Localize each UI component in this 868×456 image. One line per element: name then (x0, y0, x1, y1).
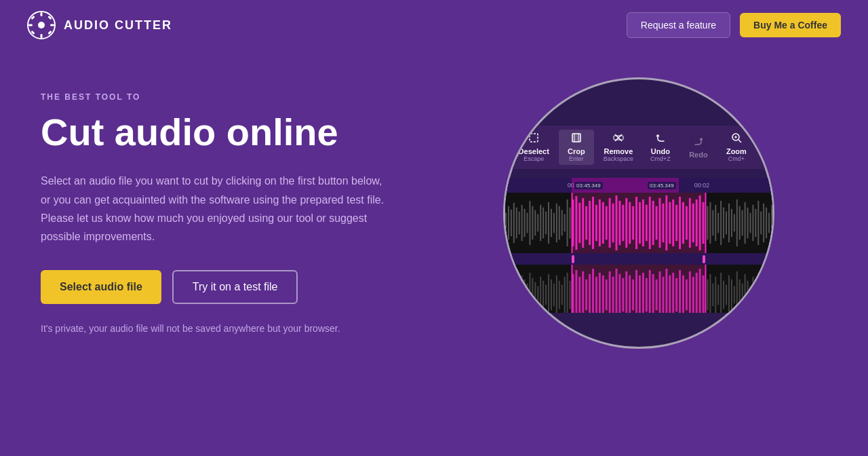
svg-rect-112 (771, 205, 772, 241)
time-ruler: 00:03 03:45.349 03:45.349 00:02 (505, 178, 772, 193)
svg-rect-85 (695, 200, 697, 246)
svg-rect-91 (715, 205, 716, 241)
zoom-icon (731, 132, 742, 146)
svg-rect-185 (715, 277, 716, 313)
svg-rect-116 (505, 284, 507, 307)
svg-rect-52 (585, 206, 587, 240)
svg-rect-60 (612, 204, 614, 242)
svg-rect-140 (569, 281, 570, 309)
svg-rect-181 (702, 276, 704, 313)
svg-rect-35 (540, 205, 541, 241)
svg-rect-36 (542, 208, 544, 238)
sel-time-start: 03:45.349 (574, 182, 603, 189)
svg-rect-171 (669, 276, 671, 313)
svg-rect-205 (768, 286, 770, 304)
svg-rect-65 (629, 202, 631, 244)
waveform-track-1 (505, 193, 772, 254)
svg-rect-183 (709, 274, 711, 313)
svg-rect-38 (548, 202, 549, 244)
svg-rect-31 (529, 201, 530, 245)
remove-button[interactable]: Remove Backspace (597, 130, 640, 165)
crop-label: Crop (568, 147, 585, 155)
svg-rect-182 (707, 280, 708, 310)
svg-rect-33 (534, 210, 536, 236)
svg-rect-194 (738, 280, 740, 310)
svg-rect-92 (717, 213, 719, 233)
time-end: 00:02 (694, 182, 710, 189)
svg-rect-51 (582, 198, 584, 248)
hero-headline: Cut audio online (41, 111, 434, 153)
svg-rect-68 (639, 202, 641, 244)
deselect-button[interactable]: Deselect Escape (512, 130, 556, 165)
zoom-shortcut: Cmd+ (728, 155, 745, 162)
logo[interactable]: AUDIO CUTTER (27, 11, 172, 39)
test-file-button[interactable]: Try it on a test file (172, 270, 298, 304)
svg-rect-148 (592, 269, 594, 313)
svg-rect-197 (747, 281, 748, 309)
svg-rect-98 (733, 214, 734, 232)
redo-button[interactable]: Redo (681, 133, 716, 162)
svg-rect-39 (551, 209, 552, 238)
svg-rect-174 (679, 270, 681, 313)
logo-text: AUDIO CUTTER (64, 18, 172, 33)
svg-point-1 (38, 22, 45, 28)
svg-rect-41 (555, 204, 557, 242)
deselect-icon (528, 132, 539, 146)
svg-rect-167 (655, 280, 657, 310)
svg-rect-189 (726, 285, 727, 305)
privacy-note: It's private, your audio file will not b… (41, 323, 434, 334)
svg-rect-80 (679, 197, 681, 249)
svg-rect-151 (601, 276, 604, 313)
svg-rect-105 (752, 205, 753, 241)
svg-rect-163 (642, 273, 644, 313)
svg-rect-96 (728, 204, 730, 242)
svg-rect-180 (698, 269, 701, 313)
svg-rect-188 (723, 281, 724, 309)
svg-rect-89 (709, 202, 711, 244)
crop-button[interactable]: Crop Enter (559, 130, 594, 165)
svg-rect-25 (513, 203, 514, 243)
svg-rect-122 (521, 276, 522, 313)
svg-rect-117 (508, 277, 509, 313)
buy-coffee-button[interactable]: Buy Me a Coffee (740, 13, 841, 37)
svg-rect-59 (608, 198, 610, 248)
request-feature-button[interactable]: Request a feature (627, 12, 730, 38)
svg-rect-66 (632, 206, 634, 240)
svg-rect-164 (645, 278, 647, 311)
svg-rect-126 (532, 278, 533, 311)
svg-rect-46 (569, 208, 570, 238)
svg-rect-63 (622, 205, 624, 241)
svg-rect-119 (513, 274, 514, 313)
svg-rect-135 (555, 276, 557, 313)
svg-rect-154 (612, 277, 614, 313)
svg-rect-179 (695, 273, 697, 313)
handle-left (572, 255, 574, 263)
svg-rect-78 (672, 200, 674, 246)
svg-rect-201 (757, 273, 759, 313)
svg-rect-57 (601, 202, 604, 244)
svg-rect-76 (665, 195, 667, 250)
svg-rect-22 (505, 213, 507, 233)
svg-rect-127 (534, 282, 536, 308)
svg-rect-88 (707, 206, 708, 240)
svg-rect-74 (658, 198, 660, 248)
svg-rect-93 (720, 201, 722, 245)
select-audio-button[interactable]: Select audio file (41, 270, 161, 304)
svg-rect-34 (537, 214, 538, 232)
deselect-shortcut: Escape (524, 155, 544, 162)
svg-rect-146 (585, 280, 587, 310)
svg-rect-202 (760, 284, 762, 307)
undo-button[interactable]: Undo Cmd+Z (643, 130, 678, 165)
zoom-button[interactable]: Zoom Cmd+ (719, 130, 754, 165)
svg-rect-196 (744, 274, 745, 313)
remove-label: Remove (604, 147, 633, 155)
svg-rect-40 (553, 213, 555, 233)
undo-label: Undo (651, 147, 670, 155)
svg-rect-123 (524, 280, 525, 310)
svg-rect-72 (652, 201, 654, 245)
svg-rect-157 (622, 278, 624, 311)
undo-shortcut: Cmd+Z (650, 155, 671, 162)
svg-rect-82 (686, 206, 688, 240)
svg-rect-192 (733, 286, 734, 304)
svg-rect-84 (692, 204, 694, 242)
